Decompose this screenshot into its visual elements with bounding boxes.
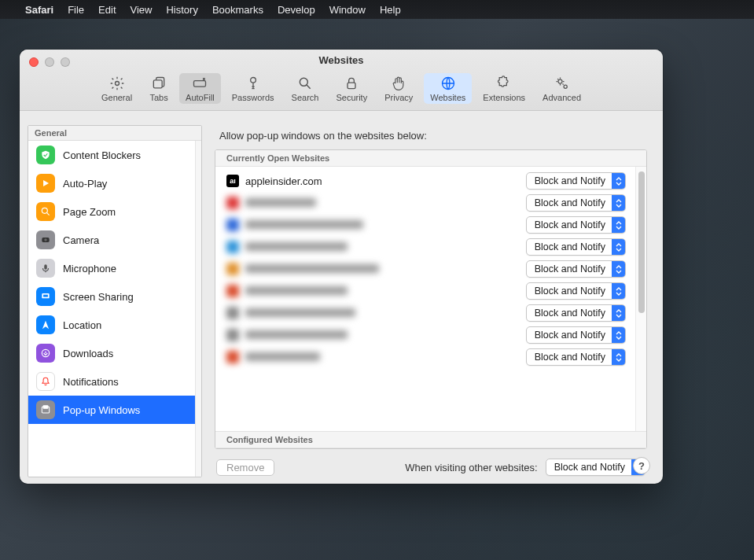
- website-row[interactable]: Block and Notify: [215, 280, 635, 302]
- policy-dropdown[interactable]: Block and Notify: [526, 194, 626, 212]
- toolbar-label: Tabs: [149, 93, 167, 102]
- dropdown-label: Block and Notify: [527, 330, 612, 341]
- sidebar-list[interactable]: Content BlockersAuto-PlayPage ZoomCamera…: [28, 141, 195, 477]
- website-name: [245, 352, 520, 363]
- dropdown-label: Block and Notify: [527, 197, 612, 208]
- favicon: [226, 351, 239, 363]
- toolbar-websites[interactable]: Websites: [424, 73, 472, 104]
- sidebar-item-label: Page Zoom: [63, 206, 116, 218]
- policy-dropdown[interactable]: Block and Notify: [526, 172, 626, 190]
- settings-sidebar: General Content BlockersAuto-PlayPage Zo…: [28, 125, 202, 477]
- hand-icon: [389, 76, 408, 91]
- dropdown-label: Block and Notify: [527, 263, 612, 274]
- policy-dropdown[interactable]: Block and Notify: [526, 260, 626, 278]
- toolbar-general[interactable]: General: [95, 73, 138, 104]
- svg-rect-5: [348, 83, 355, 89]
- website-name: [245, 286, 520, 297]
- section-configured-websites: Configured Websites: [215, 431, 646, 448]
- prefs-toolbar: General Tabs AutoFill Passwords Search S…: [20, 70, 663, 110]
- svg-point-4: [300, 78, 307, 86]
- sidebar-item-camera[interactable]: Camera: [28, 226, 195, 254]
- favicon: [226, 263, 239, 275]
- window-controls: [29, 57, 70, 67]
- footer-row: Remove When visiting other websites: Blo…: [215, 455, 647, 477]
- menu-history[interactable]: History: [166, 4, 197, 16]
- favicon: [226, 307, 239, 319]
- remove-button[interactable]: Remove: [216, 459, 274, 476]
- toolbar-extensions[interactable]: Extensions: [476, 73, 531, 104]
- sidebar-item-auto-play[interactable]: Auto-Play: [28, 169, 195, 197]
- favicon: [226, 219, 239, 231]
- sidebar-item-page-zoom[interactable]: Page Zoom: [28, 197, 195, 226]
- toolbar-passwords[interactable]: Passwords: [226, 73, 281, 104]
- website-list[interactable]: aıappleinsider.comBlock and NotifyBlock …: [215, 167, 635, 431]
- favicon: [226, 241, 239, 253]
- chevron-up-down-icon: [612, 283, 625, 299]
- sidebar-item-label: Camera: [63, 234, 99, 246]
- minimize-button[interactable]: [45, 57, 54, 67]
- globe-icon: [439, 76, 458, 91]
- toolbar-search[interactable]: Search: [285, 73, 326, 104]
- menu-bookmarks[interactable]: Bookmarks: [212, 4, 263, 16]
- menu-window[interactable]: Window: [329, 4, 366, 16]
- website-row[interactable]: Block and Notify: [215, 214, 635, 236]
- website-row[interactable]: Block and Notify: [215, 324, 635, 346]
- sidebar-item-label: Pop-up Windows: [63, 404, 140, 416]
- toolbar-tabs[interactable]: Tabs: [143, 73, 175, 104]
- sidebar-item-notifications[interactable]: Notifications: [28, 367, 195, 396]
- main-heading: Allow pop-up windows on the websites bel…: [219, 130, 647, 142]
- sidebar-item-location[interactable]: Location: [28, 311, 195, 339]
- titlebar: Websites General Tabs AutoFill Passwords…: [20, 50, 663, 111]
- website-row[interactable]: aıappleinsider.comBlock and Notify: [215, 170, 635, 192]
- autofill-icon: [190, 76, 209, 91]
- toolbar-label: Search: [292, 93, 319, 102]
- website-row[interactable]: Block and Notify: [215, 258, 635, 280]
- svg-rect-1: [153, 80, 162, 88]
- main-panel: Allow pop-up windows on the websites bel…: [215, 125, 647, 477]
- list-scrollbar[interactable]: [635, 167, 646, 431]
- zoom-button[interactable]: [61, 57, 70, 67]
- sidebar-item-screen-sharing[interactable]: Screen Sharing: [28, 282, 195, 311]
- toolbar-label: AutoFill: [186, 93, 215, 102]
- sidebar-item-pop-up-windows[interactable]: Pop-up Windows: [28, 396, 195, 424]
- toolbar-privacy[interactable]: Privacy: [378, 73, 419, 104]
- help-button[interactable]: ?: [633, 457, 650, 474]
- policy-dropdown[interactable]: Block and Notify: [526, 216, 626, 234]
- toolbar-label: General: [101, 93, 132, 102]
- menu-file[interactable]: File: [68, 4, 84, 16]
- sidebar-icon: [36, 287, 55, 306]
- menu-develop[interactable]: Develop: [278, 4, 315, 16]
- sidebar-item-label: Location: [63, 319, 101, 331]
- website-row[interactable]: Block and Notify: [215, 236, 635, 258]
- sidebar-item-content-blockers[interactable]: Content Blockers: [28, 141, 195, 169]
- policy-dropdown[interactable]: Block and Notify: [526, 238, 626, 256]
- menu-view[interactable]: View: [131, 4, 153, 16]
- policy-dropdown[interactable]: Block and Notify: [526, 348, 626, 366]
- website-row[interactable]: Block and Notify: [215, 346, 635, 368]
- menu-help[interactable]: Help: [380, 4, 401, 16]
- menubar[interactable]: Safari File Edit View History Bookmarks …: [0, 0, 754, 19]
- website-row[interactable]: Block and Notify: [215, 302, 635, 324]
- toolbar-label: Extensions: [483, 93, 525, 102]
- close-button[interactable]: [29, 57, 39, 67]
- toolbar-label: Websites: [430, 93, 465, 102]
- policy-dropdown[interactable]: Block and Notify: [526, 304, 626, 322]
- policy-dropdown[interactable]: Block and Notify: [526, 282, 626, 300]
- menu-edit[interactable]: Edit: [98, 4, 116, 16]
- toolbar-autofill[interactable]: AutoFill: [179, 73, 221, 104]
- toolbar-advanced[interactable]: Advanced: [536, 73, 587, 104]
- sidebar-item-microphone[interactable]: Microphone: [28, 254, 195, 282]
- svg-rect-14: [43, 295, 48, 297]
- website-row[interactable]: Block and Notify: [215, 192, 635, 214]
- app-menu[interactable]: Safari: [25, 4, 53, 16]
- website-name: [245, 308, 520, 319]
- toolbar-security[interactable]: Security: [329, 73, 373, 104]
- toolbar-label: Privacy: [384, 93, 413, 102]
- sidebar-scrollbar[interactable]: [195, 141, 201, 477]
- sidebar-header: General: [28, 126, 201, 141]
- section-open-websites: Currently Open Websites: [215, 150, 646, 167]
- policy-dropdown[interactable]: Block and Notify: [526, 326, 626, 344]
- dropdown-label: Block and Notify: [527, 308, 612, 319]
- default-policy-dropdown[interactable]: Block and Notify: [546, 459, 645, 476]
- sidebar-item-downloads[interactable]: Downloads: [28, 339, 195, 367]
